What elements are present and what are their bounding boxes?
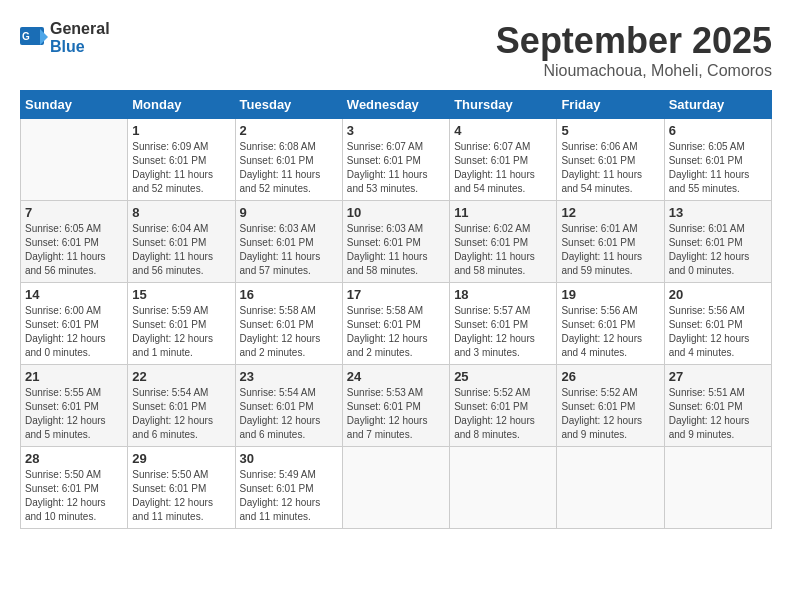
day-number: 19	[561, 287, 659, 302]
day-detail-line: Sunrise: 6:08 AM	[240, 141, 316, 152]
day-detail: Sunrise: 6:08 AMSunset: 6:01 PMDaylight:…	[240, 140, 338, 196]
day-detail-line: Sunset: 6:01 PM	[25, 401, 99, 412]
day-detail-line: and 54 minutes.	[454, 183, 525, 194]
calendar-title: September 2025	[496, 20, 772, 62]
day-detail-line: and 54 minutes.	[561, 183, 632, 194]
day-number: 16	[240, 287, 338, 302]
day-detail-line: Sunrise: 5:51 AM	[669, 387, 745, 398]
day-detail: Sunrise: 6:01 AMSunset: 6:01 PMDaylight:…	[669, 222, 767, 278]
day-detail-line: Daylight: 11 hours	[454, 169, 535, 180]
calendar-cell: 26Sunrise: 5:52 AMSunset: 6:01 PMDayligh…	[557, 365, 664, 447]
logo-general: General	[50, 20, 110, 38]
day-number: 20	[669, 287, 767, 302]
day-detail-line: Sunrise: 5:56 AM	[561, 305, 637, 316]
day-detail-line: Daylight: 11 hours	[132, 251, 213, 262]
calendar-cell: 15Sunrise: 5:59 AMSunset: 6:01 PMDayligh…	[128, 283, 235, 365]
day-number: 21	[25, 369, 123, 384]
weekday-header-row: SundayMondayTuesdayWednesdayThursdayFrid…	[21, 91, 772, 119]
day-detail: Sunrise: 5:52 AMSunset: 6:01 PMDaylight:…	[454, 386, 552, 442]
day-detail-line: and 59 minutes.	[561, 265, 632, 276]
day-detail-line: Daylight: 11 hours	[347, 169, 428, 180]
day-detail-line: Daylight: 11 hours	[669, 169, 750, 180]
calendar-cell: 14Sunrise: 6:00 AMSunset: 6:01 PMDayligh…	[21, 283, 128, 365]
calendar-cell	[450, 447, 557, 529]
day-detail-line: Sunset: 6:01 PM	[669, 319, 743, 330]
day-detail-line: Sunrise: 6:01 AM	[669, 223, 745, 234]
day-detail-line: Daylight: 12 hours	[25, 415, 106, 426]
calendar-cell: 3Sunrise: 6:07 AMSunset: 6:01 PMDaylight…	[342, 119, 449, 201]
day-detail-line: Sunset: 6:01 PM	[132, 155, 206, 166]
calendar-cell: 30Sunrise: 5:49 AMSunset: 6:01 PMDayligh…	[235, 447, 342, 529]
day-detail-line: Sunset: 6:01 PM	[347, 319, 421, 330]
day-detail: Sunrise: 5:56 AMSunset: 6:01 PMDaylight:…	[561, 304, 659, 360]
calendar-cell: 5Sunrise: 6:06 AMSunset: 6:01 PMDaylight…	[557, 119, 664, 201]
day-detail-line: Sunrise: 6:07 AM	[454, 141, 530, 152]
day-detail-line: Sunset: 6:01 PM	[25, 483, 99, 494]
day-detail-line: and 56 minutes.	[25, 265, 96, 276]
day-detail-line: Sunrise: 5:52 AM	[454, 387, 530, 398]
calendar-week-row: 7Sunrise: 6:05 AMSunset: 6:01 PMDaylight…	[21, 201, 772, 283]
day-detail-line: Daylight: 11 hours	[25, 251, 106, 262]
day-detail: Sunrise: 6:05 AMSunset: 6:01 PMDaylight:…	[25, 222, 123, 278]
page-header: G General Blue September 2025 Nioumachou…	[20, 20, 772, 80]
logo-blue: Blue	[50, 38, 110, 56]
day-detail-line: and 4 minutes.	[669, 347, 735, 358]
calendar-cell: 11Sunrise: 6:02 AMSunset: 6:01 PMDayligh…	[450, 201, 557, 283]
day-detail: Sunrise: 5:50 AMSunset: 6:01 PMDaylight:…	[25, 468, 123, 524]
day-detail: Sunrise: 5:54 AMSunset: 6:01 PMDaylight:…	[132, 386, 230, 442]
day-number: 13	[669, 205, 767, 220]
day-detail-line: and 5 minutes.	[25, 429, 91, 440]
calendar-cell	[664, 447, 771, 529]
calendar-subtitle: Nioumachoua, Moheli, Comoros	[496, 62, 772, 80]
logo: G General Blue	[20, 20, 110, 55]
day-detail-line: Sunrise: 6:02 AM	[454, 223, 530, 234]
day-detail-line: Sunrise: 5:56 AM	[669, 305, 745, 316]
day-number: 17	[347, 287, 445, 302]
day-detail-line: Daylight: 11 hours	[240, 251, 321, 262]
day-detail-line: Sunset: 6:01 PM	[132, 319, 206, 330]
day-detail-line: Sunset: 6:01 PM	[240, 401, 314, 412]
day-detail-line: and 9 minutes.	[669, 429, 735, 440]
day-detail-line: Sunrise: 6:03 AM	[347, 223, 423, 234]
day-detail-line: Sunrise: 6:01 AM	[561, 223, 637, 234]
calendar-week-row: 28Sunrise: 5:50 AMSunset: 6:01 PMDayligh…	[21, 447, 772, 529]
day-number: 28	[25, 451, 123, 466]
day-detail-line: and 8 minutes.	[454, 429, 520, 440]
day-detail-line: Daylight: 12 hours	[240, 333, 321, 344]
day-detail-line: Sunset: 6:01 PM	[669, 237, 743, 248]
day-detail-line: Daylight: 12 hours	[132, 497, 213, 508]
day-detail-line: Sunset: 6:01 PM	[25, 237, 99, 248]
day-detail-line: Daylight: 12 hours	[25, 497, 106, 508]
day-detail-line: Sunset: 6:01 PM	[347, 155, 421, 166]
day-detail-line: and 10 minutes.	[25, 511, 96, 522]
day-detail: Sunrise: 6:09 AMSunset: 6:01 PMDaylight:…	[132, 140, 230, 196]
calendar-cell: 2Sunrise: 6:08 AMSunset: 6:01 PMDaylight…	[235, 119, 342, 201]
logo-icon: G	[20, 27, 48, 49]
day-detail-line: and 57 minutes.	[240, 265, 311, 276]
day-detail-line: Daylight: 11 hours	[454, 251, 535, 262]
day-detail-line: Daylight: 12 hours	[669, 251, 750, 262]
calendar-cell: 6Sunrise: 6:05 AMSunset: 6:01 PMDaylight…	[664, 119, 771, 201]
calendar-cell: 16Sunrise: 5:58 AMSunset: 6:01 PMDayligh…	[235, 283, 342, 365]
calendar-table: SundayMondayTuesdayWednesdayThursdayFrid…	[20, 90, 772, 529]
day-detail-line: Daylight: 12 hours	[669, 415, 750, 426]
calendar-cell: 20Sunrise: 5:56 AMSunset: 6:01 PMDayligh…	[664, 283, 771, 365]
day-detail-line: Daylight: 11 hours	[561, 169, 642, 180]
day-detail-line: Sunset: 6:01 PM	[132, 401, 206, 412]
day-detail-line: Sunset: 6:01 PM	[561, 401, 635, 412]
day-number: 15	[132, 287, 230, 302]
day-detail-line: Sunset: 6:01 PM	[669, 401, 743, 412]
day-number: 5	[561, 123, 659, 138]
day-detail-line: Sunset: 6:01 PM	[240, 319, 314, 330]
day-number: 14	[25, 287, 123, 302]
day-detail: Sunrise: 6:07 AMSunset: 6:01 PMDaylight:…	[347, 140, 445, 196]
day-detail: Sunrise: 6:04 AMSunset: 6:01 PMDaylight:…	[132, 222, 230, 278]
day-detail-line: Daylight: 11 hours	[561, 251, 642, 262]
day-detail-line: Daylight: 12 hours	[454, 333, 535, 344]
day-detail-line: Sunset: 6:01 PM	[347, 401, 421, 412]
day-detail-line: and 55 minutes.	[669, 183, 740, 194]
day-number: 11	[454, 205, 552, 220]
day-detail-line: Daylight: 12 hours	[347, 333, 428, 344]
weekday-header: Tuesday	[235, 91, 342, 119]
day-detail-line: Sunset: 6:01 PM	[669, 155, 743, 166]
